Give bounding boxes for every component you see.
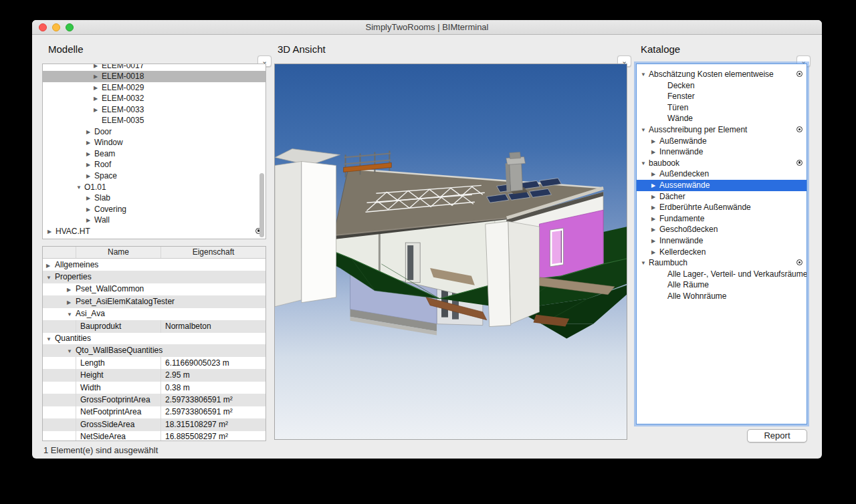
tree-item-o1-01[interactable]: ▼O1.01 bbox=[43, 182, 265, 193]
disclosure-right-icon[interactable]: ▶ bbox=[67, 283, 76, 296]
disclosure-right-icon[interactable]: ▶ bbox=[86, 126, 94, 138]
property-row-allgemeines[interactable]: ▶Allgemeines bbox=[43, 259, 265, 271]
disclosure-down-icon[interactable]: ▼ bbox=[46, 271, 55, 284]
tree-item-wall[interactable]: ▶Wall bbox=[43, 215, 265, 226]
property-row-properties[interactable]: ▼Properties bbox=[43, 271, 265, 283]
disclosure-right-icon[interactable]: ▶ bbox=[94, 93, 102, 104]
tree-item-roof[interactable]: ▶Roof bbox=[43, 159, 265, 170]
disclosure-right-icon[interactable]: ▶ bbox=[94, 82, 102, 94]
tree-item-au-enw-nde[interactable]: ▶Außenwände bbox=[637, 136, 807, 147]
disclosure-right-icon[interactable]: ▶ bbox=[86, 137, 94, 148]
disclosure-right-icon[interactable]: ▶ bbox=[651, 136, 659, 147]
tree-item-elem-0035[interactable]: ELEM-0035 bbox=[43, 115, 265, 126]
disclosure-right-icon[interactable]: ▶ bbox=[86, 148, 94, 160]
property-row-netfootprintarea[interactable]: NetFootprintArea2.59733806591 m² bbox=[43, 406, 265, 418]
viewport-3d[interactable] bbox=[274, 64, 627, 440]
tree-item-elem-0029[interactable]: ▶ELEM-0029 bbox=[43, 82, 265, 94]
tree-item-baubook[interactable]: ▼baubook bbox=[637, 158, 807, 169]
disclosure-right-icon[interactable]: ▶ bbox=[46, 259, 55, 272]
property-row-asi-ava[interactable]: ▼Asi_Ava bbox=[43, 307, 265, 320]
tree-item-covering[interactable]: ▶Covering bbox=[43, 204, 265, 215]
tree-item-alle-lager-verteil-und-verkaufsr-ume[interactable]: Alle Lager-, Verteil- und Verkaufsräume bbox=[637, 269, 807, 280]
disclosure-right-icon[interactable]: ▶ bbox=[47, 226, 56, 237]
disclosure-right-icon[interactable]: ▶ bbox=[651, 213, 659, 225]
tree-item-alle-wohnr-ume[interactable]: Alle Wohnräume bbox=[637, 291, 807, 302]
property-row-quantities[interactable]: ▼Quantities bbox=[43, 332, 265, 345]
disclosure-down-icon[interactable]: ▼ bbox=[641, 69, 649, 80]
property-row-width[interactable]: Width0.38 m bbox=[43, 382, 265, 394]
tree-item-space[interactable]: ▶Space bbox=[43, 170, 265, 182]
models-tree-scrollbar[interactable] bbox=[259, 173, 264, 237]
tree-item-d-cher[interactable]: ▶Dächer bbox=[637, 191, 807, 203]
tree-item-elem-0017[interactable]: ▶ELEM-0017 bbox=[43, 64, 265, 72]
tree-item-fenster[interactable]: Fenster bbox=[637, 91, 807, 102]
disclosure-right-icon[interactable]: ▶ bbox=[651, 146, 659, 158]
disclosure-right-icon[interactable]: ▶ bbox=[651, 224, 659, 235]
catalogs-tree[interactable]: ▼Abschätzung Kosten elementweiseDeckenFe… bbox=[636, 64, 807, 424]
tree-item-elem-0033[interactable]: ▶ELEM-0033 bbox=[43, 104, 265, 116]
property-row-length[interactable]: Length6.11669005023 m bbox=[43, 357, 265, 370]
radio-marker-icon[interactable] bbox=[796, 71, 802, 77]
tree-item-window[interactable]: ▶Window bbox=[43, 137, 265, 148]
tree-item-gescho-decken[interactable]: ▶Geschoßdecken bbox=[637, 224, 807, 235]
tree-item-label: Roof bbox=[94, 160, 111, 169]
property-row-qto-wallbasequantities[interactable]: ▼Qto_WallBaseQuantities bbox=[43, 344, 265, 357]
property-row-grosssidearea[interactable]: GrossSideArea18.315108297 m² bbox=[43, 418, 265, 431]
disclosure-right-icon[interactable]: ▶ bbox=[94, 104, 102, 116]
disclosure-right-icon[interactable]: ▶ bbox=[86, 204, 94, 215]
disclosure-right-icon[interactable]: ▶ bbox=[86, 159, 94, 170]
tree-item-slab[interactable]: ▶Slab bbox=[43, 193, 265, 204]
disclosure-right-icon[interactable]: ▶ bbox=[86, 215, 94, 226]
radio-marker-icon[interactable] bbox=[796, 126, 802, 132]
property-row-pset-asielemkatalogtester[interactable]: ▶Pset_AsiElemKatalogTester bbox=[43, 295, 265, 308]
tree-item-au-endecken[interactable]: ▶Außendecken bbox=[637, 168, 807, 180]
tree-item-aussenw-nde[interactable]: ▶Aussenwände bbox=[637, 180, 807, 191]
tree-item-alle-r-ume[interactable]: Alle Räume bbox=[637, 279, 807, 291]
disclosure-right-icon[interactable]: ▶ bbox=[86, 170, 94, 182]
radio-marker-icon[interactable] bbox=[796, 160, 802, 166]
tree-item-kellerdecken[interactable]: ▶Kellerdecken bbox=[637, 247, 807, 258]
disclosure-down-icon[interactable]: ▼ bbox=[46, 333, 55, 346]
disclosure-down-icon[interactable]: ▼ bbox=[67, 308, 76, 321]
disclosure-right-icon[interactable]: ▶ bbox=[94, 71, 102, 82]
property-row-pset-wallcommon[interactable]: ▶Pset_WallCommon bbox=[43, 283, 265, 295]
tree-item-beam[interactable]: ▶Beam bbox=[43, 148, 265, 160]
tree-item-raumbuch[interactable]: ▼Raumbuch bbox=[637, 257, 807, 269]
tree-item-decken[interactable]: Decken bbox=[637, 80, 807, 92]
disclosure-down-icon[interactable]: ▼ bbox=[641, 124, 649, 136]
disclosure-down-icon[interactable]: ▼ bbox=[641, 158, 649, 169]
disclosure-right-icon[interactable]: ▶ bbox=[651, 202, 659, 213]
title-bar[interactable]: SimplyTwoRooms | BIMterminal bbox=[32, 20, 822, 35]
properties-table[interactable]: Name Eigenschaft ▶Allgemeines▼Properties… bbox=[42, 246, 266, 441]
property-row-bauprodukt[interactable]: BauproduktNormalbeton bbox=[43, 320, 265, 333]
disclosure-right-icon[interactable]: ▶ bbox=[651, 235, 659, 247]
disclosure-down-icon[interactable]: ▼ bbox=[76, 182, 84, 193]
disclosure-right-icon[interactable]: ▶ bbox=[651, 247, 659, 258]
property-row-height[interactable]: Height2.95 m bbox=[43, 369, 265, 382]
tree-item-door[interactable]: ▶Door bbox=[43, 126, 265, 138]
disclosure-right-icon[interactable]: ▶ bbox=[86, 193, 94, 204]
disclosure-right-icon[interactable]: ▶ bbox=[651, 191, 659, 203]
tree-item-t-ren[interactable]: Türen bbox=[637, 102, 807, 114]
disclosure-down-icon[interactable]: ▼ bbox=[641, 257, 649, 269]
tree-item-elem-0018[interactable]: ▶ELEM-0018 bbox=[43, 71, 265, 82]
models-tree[interactable]: ▶ELEM-0017▶ELEM-0018▶ELEM-0029▶ELEM-0032… bbox=[42, 64, 266, 239]
tree-item-elem-0032[interactable]: ▶ELEM-0032 bbox=[43, 93, 265, 104]
radio-marker-icon[interactable] bbox=[796, 259, 802, 265]
disclosure-down-icon[interactable]: ▼ bbox=[67, 345, 76, 358]
disclosure-right-icon[interactable]: ▶ bbox=[67, 296, 76, 309]
property-row-netsidearea[interactable]: NetSideArea16.885508297 m² bbox=[43, 430, 265, 441]
disclosure-right-icon[interactable]: ▶ bbox=[651, 180, 659, 191]
tree-item-innenw-nde[interactable]: ▶Innenwände bbox=[637, 146, 807, 158]
tree-item-innenw-nde[interactable]: ▶Innenwände bbox=[637, 235, 807, 247]
tree-item-w-nde[interactable]: Wände bbox=[637, 113, 807, 124]
tree-item-absch-tzung-kosten-elementweise[interactable]: ▼Abschätzung Kosten elementweise bbox=[637, 69, 807, 80]
disclosure-right-icon[interactable]: ▶ bbox=[94, 64, 102, 72]
tree-item-hvac-ht[interactable]: ▶HVAC.HT bbox=[43, 226, 265, 237]
property-row-grossfootprintarea[interactable]: GrossFootprintArea2.59733806591 m² bbox=[43, 394, 265, 406]
tree-item-fundamente[interactable]: ▶Fundamente bbox=[637, 213, 807, 225]
disclosure-right-icon[interactable]: ▶ bbox=[651, 168, 659, 180]
tree-item-ausschreibung-per-element[interactable]: ▼Ausschreibung per Element bbox=[637, 124, 807, 136]
report-button[interactable]: Report bbox=[747, 429, 807, 443]
tree-item-erdber-hrte-au-enw-nde[interactable]: ▶Erdberührte Außenwände bbox=[637, 202, 807, 213]
